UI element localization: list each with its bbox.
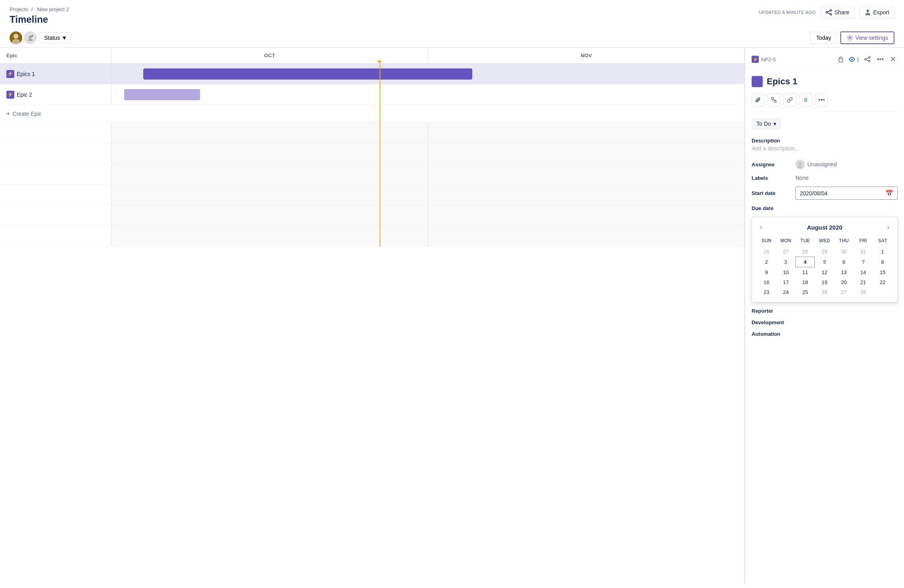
svg-line-4 — [828, 13, 830, 14]
calendar-day[interactable]: 26 — [757, 247, 776, 257]
calendar-day[interactable]: 25 — [795, 287, 815, 297]
dropbox-icon — [803, 97, 809, 103]
calendar-day[interactable]: 26 — [815, 287, 834, 297]
assignee-value[interactable]: Unassigned — [795, 160, 898, 169]
status-filter-button[interactable]: Status ▼ — [40, 32, 72, 43]
more-tools-button[interactable]: ••• — [815, 93, 828, 106]
timeline-row-1[interactable]: ⚡ Epics 1 — [0, 64, 744, 84]
today-button[interactable]: Today — [810, 32, 837, 44]
calendar-day[interactable]: 20 — [834, 277, 854, 287]
attach-button[interactable] — [752, 93, 764, 106]
due-date-row: Due date — [752, 205, 898, 211]
export-label: Export — [873, 9, 889, 16]
panel-body: Epics 1 — [745, 70, 904, 349]
todo-label: To Do — [756, 121, 771, 127]
calendar-day[interactable]: 4 — [795, 257, 815, 267]
create-epic-row[interactable]: + Create Epic — [0, 105, 744, 123]
calendar-day[interactable]: 23 — [757, 287, 776, 297]
share-panel-icon — [864, 56, 871, 62]
calendar-day[interactable]: 9 — [757, 267, 776, 278]
calendar-next-button[interactable]: › — [884, 222, 892, 232]
cal-th-sun: SUN — [757, 236, 776, 247]
svg-rect-6 — [865, 15, 870, 16]
svg-point-10 — [28, 39, 33, 41]
calendar-day[interactable]: 27 — [834, 287, 854, 297]
labels-value[interactable]: None — [795, 175, 898, 181]
calendar-day[interactable]: 22 — [873, 277, 892, 287]
calendar-day[interactable]: 28 — [853, 287, 873, 297]
plus-icon: + — [6, 110, 10, 117]
svg-point-2 — [826, 12, 828, 13]
calendar-day[interactable]: 12 — [815, 267, 834, 278]
calendar-day[interactable]: 19 — [815, 277, 834, 287]
view-settings-button[interactable]: View settings — [840, 31, 894, 44]
calendar-day[interactable]: 24 — [776, 287, 796, 297]
calendar-prev-button[interactable]: ‹ — [757, 222, 765, 232]
calendar-day[interactable]: 29 — [815, 247, 834, 257]
more-tools-icon: ••• — [818, 96, 825, 103]
calendar-day[interactable]: 10 — [776, 267, 796, 278]
child-issues-button[interactable] — [768, 93, 780, 106]
panel-actions: 1 ••• ✕ — [836, 53, 898, 65]
svg-line-20 — [866, 60, 869, 61]
add-user-button[interactable] — [24, 31, 37, 44]
calendar-week-4: 232425262728 — [757, 287, 892, 297]
breadcrumb-projects[interactable]: Projects — [10, 6, 28, 12]
more-icon: ••• — [877, 56, 884, 63]
reporter-row: Reporter — [752, 308, 898, 314]
lock-button[interactable] — [836, 55, 846, 64]
cal-th-sat: SAT — [873, 236, 892, 247]
share-panel-button[interactable] — [863, 55, 872, 64]
calendar-day[interactable]: 1 — [873, 247, 892, 257]
close-panel-button[interactable]: ✕ — [888, 53, 898, 65]
svg-rect-12 — [32, 35, 33, 37]
calendar-day[interactable]: 30 — [834, 247, 854, 257]
calendar-day[interactable]: 2 — [757, 257, 776, 267]
breadcrumb-project[interactable]: New project 2 — [37, 6, 69, 12]
calendar-day[interactable]: 7 — [853, 257, 873, 267]
calendar-day[interactable]: 28 — [795, 247, 815, 257]
description-placeholder[interactable]: Add a description... — [752, 145, 898, 152]
svg-point-13 — [849, 37, 851, 39]
calendar-day[interactable]: 15 — [873, 267, 892, 278]
timeline-row-2[interactable]: ⚡ Epic 2 — [0, 84, 744, 105]
calendar-day[interactable]: 13 — [834, 267, 854, 278]
calendar-day[interactable]: 3 — [776, 257, 796, 267]
breadcrumb: Projects / New project 2 — [10, 6, 70, 12]
col-header-epic: Epic — [0, 48, 111, 63]
todo-button[interactable]: To Do ▾ — [752, 118, 781, 130]
start-date-text-input[interactable] — [800, 190, 885, 197]
calendar-day[interactable]: 6 — [834, 257, 854, 267]
eye-icon — [849, 56, 855, 62]
avatar-user1[interactable] — [10, 31, 22, 44]
link-button[interactable] — [783, 93, 796, 106]
calendar-day[interactable]: 14 — [853, 267, 873, 278]
svg-point-8 — [12, 39, 20, 44]
export-button[interactable]: Export — [859, 6, 894, 18]
start-date-field: 📅 — [795, 187, 898, 200]
empty-row-4 — [0, 185, 744, 205]
status-filter-label: Status — [44, 35, 60, 41]
calendar-week-0: 2627282930311 — [757, 247, 892, 257]
more-actions-button[interactable]: ••• — [875, 54, 885, 64]
calendar-day[interactable]: 17 — [776, 277, 796, 287]
close-icon: ✕ — [890, 55, 896, 64]
calendar-day[interactable]: 21 — [853, 277, 873, 287]
calendar-day — [873, 287, 892, 297]
avatar-group — [10, 31, 37, 44]
calendar-day[interactable]: 31 — [853, 247, 873, 257]
gantt-bar-2[interactable] — [124, 89, 200, 100]
calendar-day[interactable]: 27 — [776, 247, 796, 257]
dropbox-button[interactable] — [799, 93, 812, 106]
calendar-day[interactable]: 16 — [757, 277, 776, 287]
start-date-input[interactable]: 📅 — [795, 187, 898, 200]
calendar-day[interactable]: 11 — [795, 267, 815, 278]
svg-rect-5 — [865, 14, 870, 14]
share-button[interactable]: Share — [820, 6, 854, 18]
calendar-day[interactable]: 18 — [795, 277, 815, 287]
calendar-day[interactable]: 8 — [873, 257, 892, 267]
calendar-day[interactable]: 5 — [815, 257, 834, 267]
empty-row-2 — [0, 143, 744, 164]
gantt-bar-1[interactable] — [143, 68, 472, 80]
row-title-1: Epics 1 — [17, 71, 35, 77]
